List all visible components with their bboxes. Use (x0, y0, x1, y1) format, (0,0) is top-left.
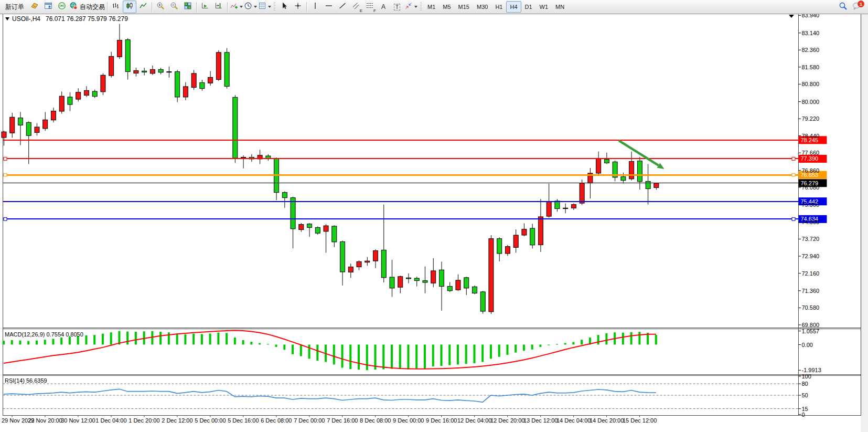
zoom-in-button[interactable] (154, 1, 167, 13)
vertical-line-button[interactable] (308, 1, 322, 13)
toolbar-separator (107, 2, 108, 12)
autotrading-icon (69, 2, 78, 12)
svg-text:72.940: 72.940 (802, 253, 820, 259)
market-watch-button[interactable] (41, 1, 55, 13)
fibonacci-button[interactable]: F (363, 1, 377, 13)
svg-text:12 Dec 04:00: 12 Dec 04:00 (457, 417, 491, 424)
svg-text:13 Dec 12:00: 13 Dec 12:00 (523, 417, 558, 424)
timeframe-button-W1[interactable]: W1 (536, 1, 552, 13)
svg-text:77.390: 77.390 (801, 155, 819, 162)
chart-symbol-label: USOil-,H4 (12, 15, 40, 23)
chart-canvas[interactable]: 78.24577.39076.65376.27975.44274.6341.05… (0, 0, 868, 432)
chevron-down-icon (414, 6, 417, 8)
chart-menu-triangle-icon[interactable] (5, 17, 9, 20)
search-button[interactable] (836, 1, 850, 13)
svg-text:79.220: 79.220 (802, 115, 820, 122)
chevron-down-icon (268, 6, 271, 8)
horizontal-line-button[interactable] (322, 1, 336, 13)
zoom-out-icon (170, 2, 178, 12)
crosshair-button[interactable] (291, 1, 305, 13)
svg-text:6 Dec 08:00: 6 Dec 08:00 (261, 417, 292, 424)
svg-text:50: 50 (802, 392, 808, 398)
signals-button[interactable] (55, 1, 69, 13)
svg-text:80: 80 (802, 381, 808, 387)
bar-chart-icon (112, 2, 120, 12)
timeframe-button-H4[interactable]: H4 (506, 1, 521, 13)
text-label-button[interactable]: T (390, 1, 404, 13)
bar-chart-button[interactable] (109, 1, 123, 13)
svg-text:76.860: 76.860 (802, 167, 820, 174)
timeframe-button-M15[interactable]: M15 (455, 1, 473, 13)
candlestick-chart-button[interactable] (123, 1, 136, 13)
chevron-down-icon (254, 6, 257, 8)
cursor-button[interactable] (277, 1, 291, 13)
svg-text:72.160: 72.160 (802, 270, 820, 277)
svg-text:1 Dec 20:00: 1 Dec 20:00 (128, 417, 159, 424)
svg-text:2 Dec 12:00: 2 Dec 12:00 (162, 417, 192, 424)
crosshair-icon (294, 2, 302, 12)
auto-scroll-button[interactable] (198, 1, 212, 13)
indicators-button[interactable] (229, 1, 243, 13)
clock-icon (244, 2, 252, 12)
text-button[interactable]: A (377, 1, 390, 13)
timeframe-button-M1[interactable]: M1 (424, 1, 439, 13)
timeframe-button-M30[interactable]: M30 (473, 1, 491, 13)
line-chart-button[interactable] (136, 1, 150, 13)
timeframe-button-M5[interactable]: M5 (439, 1, 454, 13)
svg-text:69.800: 69.800 (802, 322, 820, 328)
toolbar: 新订单 自动交易 (0, 0, 868, 14)
equidistant-channel-button[interactable]: E (349, 1, 363, 13)
chart-shift-button[interactable] (212, 1, 226, 13)
rsi-label: RSI(14) 56.6359 (5, 377, 47, 384)
svg-text:83.140: 83.140 (802, 30, 820, 36)
toolbar-separator (227, 2, 228, 12)
trendline-icon (338, 2, 347, 12)
application-window: 新订单 自动交易 (0, 0, 868, 432)
svg-text:0.00: 0.00 (802, 342, 813, 348)
svg-text:75.300: 75.300 (802, 202, 820, 208)
svg-text:100: 100 (802, 373, 811, 380)
periods-button[interactable] (243, 1, 258, 13)
timeframe-button-D1[interactable]: D1 (521, 1, 536, 13)
timeframe-button-MN[interactable]: MN (552, 1, 568, 13)
svg-text:8 Dec 08:00: 8 Dec 08:00 (360, 417, 391, 424)
arrows-icon (404, 2, 413, 12)
new-chart-button[interactable] (28, 1, 41, 13)
svg-text:7 Dec 00:00: 7 Dec 00:00 (294, 417, 325, 424)
notification-badge: 1 (858, 1, 864, 7)
tile-windows-button[interactable] (181, 1, 195, 13)
template-icon (258, 2, 266, 12)
new-order-button[interactable]: 新订单 (2, 1, 28, 13)
svg-text:73.720: 73.720 (802, 236, 820, 242)
svg-text:80.000: 80.000 (802, 99, 820, 105)
toolbar-right-group: 1 (836, 1, 866, 13)
timeframe-bar: M1M5M15M30H1H4D1W1MN (424, 1, 568, 13)
channel-icon (352, 2, 360, 12)
tile-windows-icon (184, 2, 192, 12)
svg-text:82.360: 82.360 (802, 47, 820, 53)
svg-text:74.500: 74.500 (802, 219, 820, 225)
auto-scroll-icon (201, 2, 209, 12)
indicators-icon (230, 2, 238, 12)
trendline-button[interactable] (336, 1, 349, 13)
notifications-button[interactable]: 1 (850, 1, 863, 13)
svg-text:1 Dec 04:00: 1 Dec 04:00 (95, 417, 126, 424)
svg-text:76.080: 76.080 (802, 184, 820, 191)
chart-shift-icon (215, 2, 223, 12)
svg-text:-1.9913: -1.9913 (802, 367, 821, 373)
chart-title-row: USOil-,H4 76.071 76.287 75.979 76.279 (5, 15, 128, 23)
text-icon: A (381, 3, 385, 10)
timeframe-button-H1[interactable]: H1 (491, 1, 506, 13)
svg-text:9 Dec 00:00: 9 Dec 00:00 (393, 417, 424, 424)
templates-button[interactable] (258, 1, 272, 13)
svg-text:0: 0 (802, 412, 805, 418)
svg-text:80.800: 80.800 (802, 81, 820, 87)
zoom-out-button[interactable] (167, 1, 181, 13)
toolbar-grip (420, 2, 422, 12)
svg-text:29 Nov 20:00: 29 Nov 20:00 (28, 417, 62, 424)
svg-text:14 Dec 20:00: 14 Dec 20:00 (590, 417, 624, 424)
svg-text:30 Nov 12:00: 30 Nov 12:00 (61, 417, 95, 424)
arrows-button[interactable] (404, 1, 418, 13)
autotrading-button[interactable]: 自动交易 (69, 1, 105, 13)
signals-icon (58, 2, 66, 12)
